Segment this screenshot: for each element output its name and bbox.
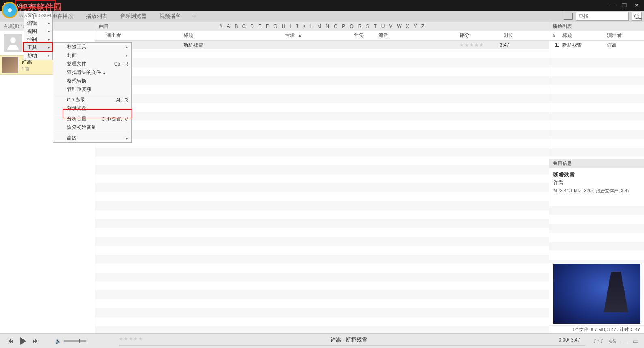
track-rating-stars[interactable]: ★★★★★: [456, 42, 489, 48]
alpha-letter[interactable]: C: [242, 24, 246, 29]
pl-col-num[interactable]: #: [549, 33, 559, 39]
alpha-letter[interactable]: H: [282, 24, 285, 29]
search-icon: ▾: [634, 14, 639, 19]
alpha-bar: 曲目 #ABCDEFGHIJKLMNOPQRSTUVWXYZ: [95, 22, 549, 31]
menu-cover[interactable]: 封面: [53, 51, 131, 60]
alpha-letter[interactable]: Q: [350, 24, 353, 29]
col-duration[interactable]: 时长: [489, 32, 513, 39]
sort-indicator-icon: ▲: [298, 32, 303, 38]
col-genre[interactable]: 流派: [375, 32, 456, 39]
volume-icon: 🔉: [55, 338, 61, 344]
close-button[interactable]: ✕: [634, 2, 639, 9]
alpha-letter[interactable]: S: [366, 24, 369, 29]
artist-thumbnail: [2, 57, 18, 73]
compact-minimize-icon[interactable]: —: [622, 338, 627, 344]
alpha-letter[interactable]: W: [397, 24, 401, 29]
annotation-highlight-tools: [23, 42, 53, 52]
tab-playlists[interactable]: 播放列表: [80, 11, 114, 22]
watermark-text-2: www.pc0359.cn: [19, 13, 62, 19]
menu-cd-rip[interactable]: CD 翻录Alt+R: [53, 96, 131, 104]
alpha-letter[interactable]: J: [296, 24, 298, 29]
search-input[interactable]: [576, 12, 629, 21]
menu-help[interactable]: 帮助: [24, 52, 52, 60]
alpha-letter[interactable]: L: [310, 24, 313, 29]
menu-tag-tools[interactable]: 标签工具: [53, 43, 131, 51]
alpha-letter[interactable]: V: [389, 24, 392, 29]
track-info-block: 断桥残雪 许嵩 MP3 44.1 kHz, 320k, 混合立体声, 3:47: [549, 168, 644, 197]
alpha-letter[interactable]: K: [303, 24, 306, 29]
menu-manage-dupes[interactable]: 管理重复项: [53, 85, 131, 94]
tab-music-browser[interactable]: 音乐浏览器: [114, 11, 153, 22]
alpha-letter[interactable]: R: [358, 24, 362, 29]
track-row[interactable]: 断桥残雪 ★★★★★ 3:47: [95, 41, 549, 49]
add-tab-button[interactable]: +: [192, 12, 197, 21]
progress-bar[interactable]: [119, 345, 585, 346]
alpha-letter[interactable]: Z: [421, 24, 424, 29]
playlist-columns: # 标题 演出者: [549, 31, 644, 41]
annotation-highlight-analyze: [63, 109, 132, 118]
col-year[interactable]: 年份: [351, 32, 375, 39]
play-button[interactable]: [20, 337, 26, 345]
player-rating[interactable]: ★★★★★: [119, 336, 143, 342]
pl-col-title[interactable]: 标题: [559, 32, 604, 39]
col-title[interactable]: 标题: [180, 32, 282, 39]
toolbar: 音乐 正在播放 播放列表 音乐浏览器 视频播客 + ▾: [0, 11, 644, 22]
tools-submenu: 标签工具 封面 整理文件Ctrl+R 查找遗失的文件... 格式转换 管理重复项…: [53, 42, 132, 143]
right-panel: 播放列表 # 标题 演出者 1. 断桥残雪 许嵩 曲目信息 断桥残雪 许嵩 MP…: [549, 22, 644, 333]
avatar-placeholder-icon: [4, 34, 22, 52]
main-panel: 曲目 #ABCDEFGHIJKLMNOPQRSTUVWXYZ 演出者 标题 专辑…: [95, 22, 549, 333]
alpha-letter[interactable]: X: [406, 24, 409, 29]
col-album[interactable]: 专辑 ▲: [282, 32, 351, 39]
alpha-letter[interactable]: A: [227, 24, 230, 29]
alpha-letter[interactable]: #: [220, 24, 223, 29]
menu-find-missing[interactable]: 查找遗失的文件...: [53, 68, 131, 77]
next-track-button[interactable]: ⏭: [32, 337, 39, 345]
album-art[interactable]: [553, 264, 640, 324]
menu-format-convert[interactable]: 格式转换: [53, 77, 131, 85]
equalizer-icon[interactable]: ♪♯♪: [593, 338, 603, 344]
alpha-letter[interactable]: F: [266, 24, 269, 29]
lastfm-icon[interactable]: ⊙S: [609, 338, 616, 344]
alpha-letter[interactable]: B: [235, 24, 238, 29]
pl-col-artist[interactable]: 演出者: [604, 32, 622, 39]
tab-video-podcast[interactable]: 视频播客: [153, 11, 187, 22]
menu-view[interactable]: 视图: [24, 27, 52, 35]
alpha-letter[interactable]: T: [374, 24, 376, 29]
panel-layout-icon[interactable]: [564, 13, 573, 20]
track-info-title: 断桥残雪: [553, 171, 640, 178]
menu-edit[interactable]: 编辑: [24, 19, 52, 27]
volume-control[interactable]: 🔉: [55, 338, 86, 344]
playlist-row[interactable]: 1. 断桥残雪 许嵩: [549, 41, 644, 49]
minimize-button[interactable]: —: [609, 2, 614, 9]
alpha-letter[interactable]: O: [334, 24, 337, 29]
track-duration: 3:47: [489, 42, 509, 48]
alpha-bar-label: 曲目: [99, 23, 109, 30]
alpha-letter[interactable]: U: [381, 24, 385, 29]
alpha-letter[interactable]: N: [326, 24, 329, 29]
volume-slider[interactable]: [64, 340, 86, 342]
menu-advanced[interactable]: 高级: [53, 134, 131, 142]
column-headers: 演出者 标题 专辑 ▲ 年份 流派 评分 时长: [95, 31, 549, 41]
maximize-button[interactable]: ☐: [622, 2, 627, 9]
alpha-letter[interactable]: P: [342, 24, 345, 29]
alpha-letter[interactable]: G: [273, 24, 277, 29]
alpha-letter[interactable]: I: [290, 24, 291, 29]
watermark-logo-icon: [2, 2, 18, 18]
alpha-letter[interactable]: E: [258, 24, 261, 29]
watermark-text-1: 河东软件园: [19, 2, 62, 13]
menu-organize[interactable]: 整理文件Ctrl+R: [53, 60, 131, 68]
alpha-letter[interactable]: Y: [414, 24, 417, 29]
prev-track-button[interactable]: ⏮: [7, 337, 14, 345]
titlebar: MusicBee ▾ — ☐ ✕: [0, 0, 644, 11]
status-line: 1个文件, 8.7 MB, 3:47 / 计时: 3:47: [549, 325, 644, 333]
track-title: 断桥残雪: [180, 42, 282, 49]
compact-view-icon[interactable]: ▭: [633, 338, 638, 344]
col-rating[interactable]: 评分: [456, 32, 489, 39]
menu-restore-volume[interactable]: 恢复初始音量: [53, 123, 131, 132]
alpha-letter[interactable]: D: [250, 24, 254, 29]
col-artist[interactable]: 演出者: [103, 32, 180, 39]
alpha-letter[interactable]: M: [317, 24, 321, 29]
player-time: 0:00/ 3:47: [558, 337, 580, 343]
search-button[interactable]: ▾: [632, 12, 642, 21]
watermark-overlay: 河东软件园 www.pc0359.cn: [2, 2, 62, 19]
